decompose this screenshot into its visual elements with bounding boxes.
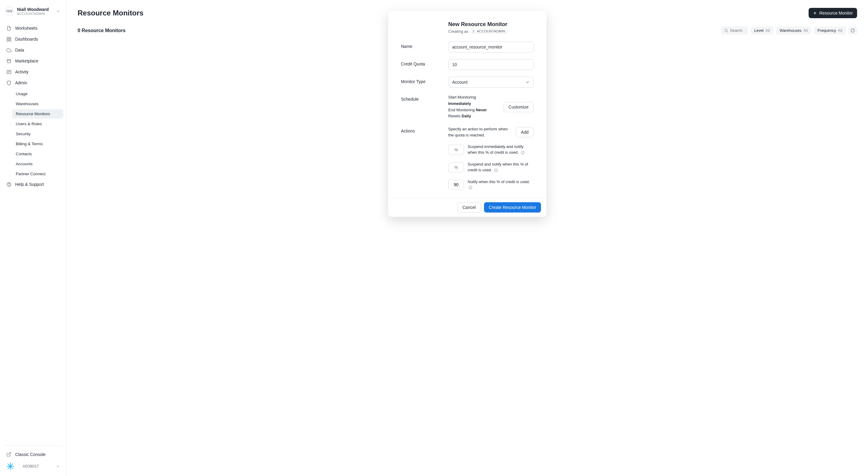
chevron-down-icon [526,80,530,84]
sidebar-item-label: Activity [15,69,29,74]
info-icon[interactable] [469,185,472,189]
cloud-icon [6,47,11,53]
avatar: NW [5,7,14,16]
monitor-type-select[interactable]: Account [448,77,534,88]
account-id: AD38017 [23,464,39,469]
label-credit-quota: Credit Quota [401,59,448,66]
sidebar-item-label: Admin [15,80,27,85]
svg-rect-3 [9,39,10,41]
sidebar-item-label: Worksheets [15,26,38,31]
action-text: Notify when this % of credit is used. [468,179,534,191]
snowflake-logo-icon [5,462,15,471]
modal-title: New Resource Monitor [448,21,534,28]
add-action-button[interactable]: Add [516,127,534,137]
creating-as-role: ACCOUNTADMIN [470,29,507,34]
activity-icon [6,69,11,75]
subnav-users-roles[interactable]: Users & Roles [12,119,63,128]
external-link-icon [6,452,11,457]
sidebar-item-label: Marketplace [15,59,38,63]
grid-icon [6,36,11,42]
info-icon[interactable] [494,168,498,172]
sidebar-item-classic-console[interactable]: Classic Console [3,449,63,459]
subnav-warehouses[interactable]: Warehouses [12,99,63,109]
create-button[interactable]: Create Resource Monitor [484,202,541,212]
svg-point-9 [473,30,474,31]
credit-quota-input[interactable] [448,59,534,70]
chevron-down-icon [55,8,62,14]
divider [4,445,62,446]
main-content: Resource Monitors Resource Monitor 0 Res… [67,0,868,476]
user-name: Niall Woodward [17,7,49,12]
svg-rect-1 [9,37,10,39]
creating-as-label: Creating as [448,29,468,34]
admin-subnav: Usage Warehouses Resource Monitors Users… [12,89,63,179]
label-schedule: Schedule [401,94,448,101]
schedule-summary: Start Monitoring Immediately End Monitor… [448,94,499,119]
shield-icon [6,80,11,86]
actions-description: Specify an action to perform when the qu… [448,126,512,138]
sidebar-item-worksheets[interactable]: Worksheets [3,23,63,33]
label-actions: Actions [401,126,448,133]
subnav-partner-connect[interactable]: Partner Connect [12,169,63,179]
sidebar-item-label: Classic Console [15,452,45,457]
subnav-security[interactable]: Security [12,129,63,139]
subnav-billing[interactable]: Billing & Terms [12,139,63,149]
store-icon [6,58,11,64]
chevron-down-icon [55,463,61,470]
subnav-resource-monitors[interactable]: Resource Monitors [12,109,63,119]
person-icon [472,30,475,33]
subnav-contacts[interactable]: Contacts [12,149,63,158]
user-info: Niall Woodward ACCOUNTADMIN [17,7,49,16]
subnav-accounts[interactable]: Accounts [12,159,63,169]
action-row-suspend: Suspend and notify when this % of credit… [448,161,534,173]
label-monitor-type: Monitor Type [401,77,448,84]
svg-rect-2 [7,39,8,41]
action-row-notify: Notify when this % of credit is used. [448,179,534,191]
sidebar-item-dashboards[interactable]: Dashboards [3,34,63,44]
sidebar-item-activity[interactable]: Activity [3,67,63,77]
user-menu[interactable]: NW Niall Woodward ACCOUNTADMIN [3,5,63,20]
sidebar-item-label: Help & Support [15,182,44,187]
percent-input[interactable] [448,162,464,173]
create-resource-monitor-modal: New Resource Monitor Creating as ACCOUNT… [388,11,547,217]
action-row-suspend-immediate: Suspend immediately and notify when this… [448,144,534,155]
label-name: Name [401,41,448,49]
subnav-usage[interactable]: Usage [12,89,63,98]
account-switcher[interactable]: AD38017 [3,459,63,473]
name-input[interactable] [448,41,534,53]
sidebar-item-label: Data [15,48,24,53]
action-text: Suspend and notify when this % of credit… [468,161,534,173]
action-text: Suspend immediately and notify when this… [468,144,534,155]
percent-input[interactable] [448,145,464,155]
document-icon [6,26,11,31]
svg-point-7 [10,466,11,467]
sidebar-item-help[interactable]: Help & Support [3,179,63,189]
sidebar-item-marketplace[interactable]: Marketplace [3,56,63,66]
cancel-button[interactable]: Cancel [457,202,481,212]
sidebar-item-label: Dashboards [15,37,38,41]
select-value: Account [452,80,468,85]
primary-nav: Worksheets Dashboards Data Marketplace [3,23,63,189]
svg-rect-0 [7,37,8,39]
sidebar-item-admin[interactable]: Admin [3,78,63,88]
sidebar: NW Niall Woodward ACCOUNTADMIN Worksheet… [0,0,67,476]
customize-schedule-button[interactable]: Customize [503,102,534,112]
modal-backdrop: New Resource Monitor Creating as ACCOUNT… [67,0,868,476]
percent-input[interactable] [448,179,464,190]
sidebar-item-data[interactable]: Data [3,45,63,55]
info-icon[interactable] [521,151,525,155]
role-text: ACCOUNTADMIN [477,29,505,33]
user-role: ACCOUNTADMIN [17,12,49,16]
help-icon [6,182,11,187]
